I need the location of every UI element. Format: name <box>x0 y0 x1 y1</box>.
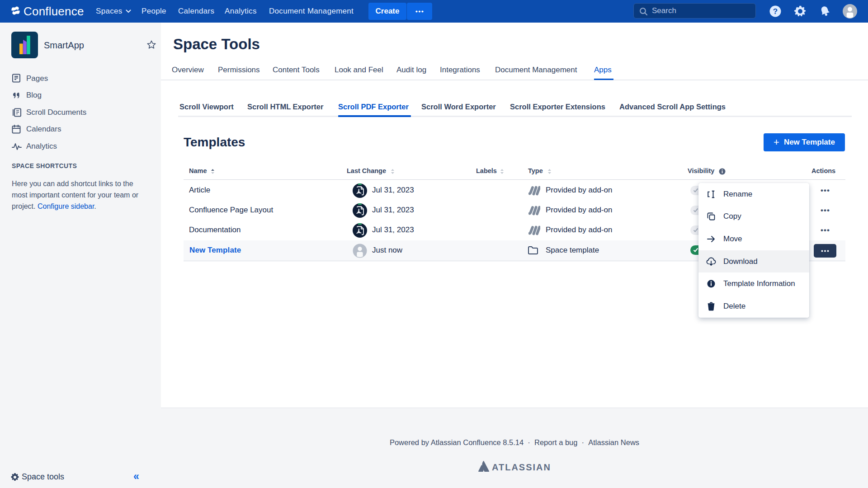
svg-text:ATLASSIAN: ATLASSIAN <box>492 462 551 472</box>
svg-text:?: ? <box>773 7 778 16</box>
